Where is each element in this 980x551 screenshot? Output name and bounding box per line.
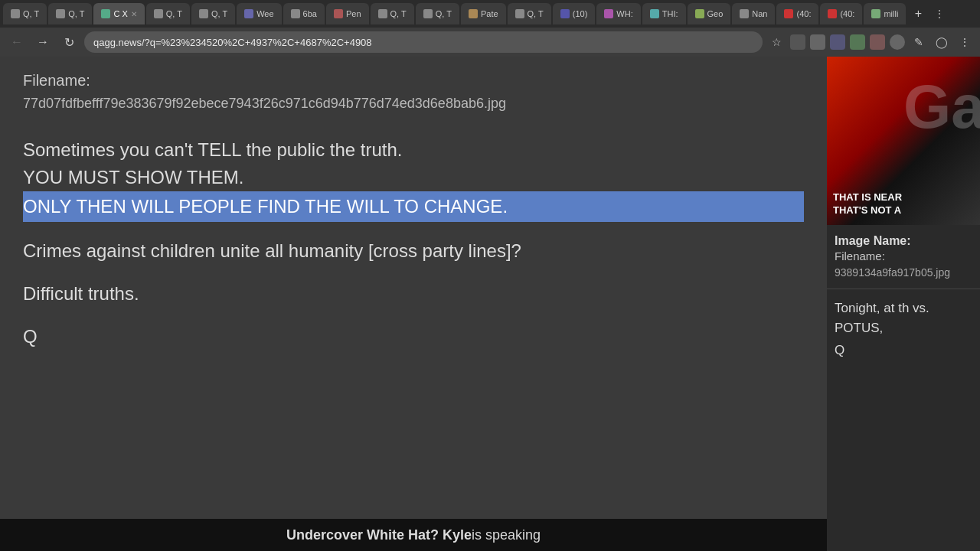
tab-5-label: Q, T	[211, 9, 227, 18]
tab-20[interactable]: milli	[864, 3, 906, 24]
tab-9-label: Q, T	[390, 9, 407, 18]
tab-7-label: 6ba	[303, 9, 317, 18]
refresh-icon: ↻	[64, 35, 74, 50]
tab-17-label: Nan	[752, 9, 767, 18]
right-text-main: Tonight, at th vs. POTUS,	[835, 301, 929, 335]
right-filename-value: 9389134a9fa917b05.jpg	[835, 266, 972, 279]
filename-value: 77d07fdfbefff79e383679f92ebece7943f26c97…	[23, 94, 804, 113]
right-filename-label: Filename:	[835, 249, 972, 262]
bookmark-star-icon[interactable]: ☆	[767, 33, 786, 51]
tab-7[interactable]: 6ba	[283, 3, 325, 24]
tab-10-favicon	[423, 9, 433, 18]
back-icon: ←	[11, 35, 23, 49]
new-tab-button[interactable]: +	[907, 3, 929, 24]
right-image-text-line1: THAT IS NEAR	[833, 191, 902, 204]
tab-bar: Q, T Q, T C X ✕ Q, T Q, T Wee 6ba	[0, 0, 980, 28]
article-panel: Filename: 77d07fdfbefff79e383679f92ebece…	[0, 57, 827, 551]
extension-icon-6[interactable]	[890, 34, 905, 50]
tab-16-favicon	[695, 9, 704, 18]
tab-4-favicon	[154, 9, 163, 18]
main-content: Filename: 77d07fdfbefff79e383679f92ebece…	[0, 57, 980, 551]
tab-1-label: Q, T	[23, 9, 39, 18]
tab-17-favicon	[740, 9, 749, 18]
tab-20-label: milli	[884, 9, 898, 18]
tab-14[interactable]: WH:	[596, 3, 640, 24]
tab-menu-button[interactable]: ⋮	[930, 5, 949, 23]
tab-18[interactable]: (40:	[776, 3, 818, 24]
tab-15-favicon	[650, 9, 659, 18]
tab-16-label: Geo	[707, 9, 724, 18]
tab-10[interactable]: Q, T	[416, 3, 459, 24]
extension-icon-7[interactable]: ✎	[910, 33, 928, 51]
tab-13[interactable]: (10)	[553, 3, 596, 24]
tab-12-label: Q, T	[528, 9, 544, 18]
article-paragraph-3: Difficult truths.	[23, 280, 804, 308]
tab-9-favicon	[378, 9, 387, 18]
forward-button[interactable]: →	[32, 31, 54, 53]
tab-2-label: Q, T	[68, 9, 84, 18]
tab-19-label: (40:	[840, 9, 854, 18]
tab-11-label: Pate	[481, 9, 498, 18]
tab-1-favicon	[11, 9, 20, 18]
tab-6-favicon	[244, 9, 253, 18]
tab-7-favicon	[291, 9, 300, 18]
url-text: qagg.news/?q=%23%234520%2C+4937%2C+4687%…	[93, 37, 372, 48]
tab-17[interactable]: Nan	[732, 3, 775, 24]
tab-3-favicon	[101, 9, 110, 18]
bottom-bar-bold-text: Undercover White Hat? Kyle	[286, 527, 472, 543]
tab-11[interactable]: Pate	[461, 3, 506, 24]
article-line-2: YOU MUST SHOW THEM.	[23, 164, 804, 191]
tab-19[interactable]: (40:	[820, 3, 862, 24]
tab-4[interactable]: Q, T	[146, 3, 190, 24]
nav-bar: ← → ↻ qagg.news/?q=%23%234520%2C+4937%2C…	[0, 28, 980, 57]
tab-3-close[interactable]: ✕	[131, 10, 137, 18]
tab-6[interactable]: Wee	[237, 3, 281, 24]
tab-8-label: Pen	[346, 9, 361, 18]
right-image-text-line2: THAT'S NOT A	[833, 204, 902, 217]
tab-12-favicon	[515, 9, 524, 18]
tab-18-favicon	[784, 9, 793, 18]
bottom-bar: Undercover White Hat? Kyle is speaking	[0, 519, 827, 551]
extension-icon-2[interactable]	[810, 34, 825, 50]
browser-menu-button[interactable]: ⋮	[956, 33, 974, 51]
tab-14-favicon	[604, 9, 613, 18]
right-panel-info: Image Name: Filename: 9389134a9fa917b05.…	[827, 225, 980, 289]
extension-icon-8[interactable]: ◯	[933, 33, 951, 51]
right-text-q: Q	[835, 341, 972, 360]
right-image-text: THAT IS NEAR THAT'S NOT A	[833, 191, 902, 217]
tab-9[interactable]: Q, T	[371, 3, 414, 24]
tab-8-favicon	[334, 9, 343, 18]
forward-icon: →	[37, 35, 49, 49]
refresh-button[interactable]: ↻	[58, 31, 80, 53]
tab-2[interactable]: Q, T	[48, 3, 92, 24]
article-text: Sometimes you can't TELL the public the …	[23, 136, 804, 222]
url-bar[interactable]: qagg.news/?q=%23%234520%2C+4937%2C+4687%…	[84, 31, 763, 53]
filename-label: Filename:	[23, 72, 804, 90]
tab-10-label: Q, T	[436, 9, 452, 18]
tab-13-label: (10)	[573, 9, 588, 18]
tab-5[interactable]: Q, T	[191, 3, 235, 24]
tab-12[interactable]: Q, T	[508, 3, 551, 24]
tab-16[interactable]: Geo	[688, 3, 731, 24]
tab-11-favicon	[469, 9, 478, 18]
tab-20-favicon	[871, 9, 880, 18]
extension-icon-1[interactable]	[790, 34, 805, 50]
extension-icon-3[interactable]	[830, 34, 845, 50]
tab-15[interactable]: THI:	[642, 3, 686, 24]
tab-13-favicon	[560, 9, 570, 18]
tab-18-label: (40:	[796, 9, 811, 18]
tab-19-favicon	[828, 9, 837, 18]
tab-3-label: C X	[113, 9, 127, 18]
tab-3[interactable]: C X ✕	[93, 3, 144, 24]
extension-icon-5[interactable]	[870, 34, 885, 50]
article-paragraph-4: Q	[23, 323, 804, 350]
extension-icon-4[interactable]	[850, 34, 865, 50]
bottom-bar-normal-text: is speaking	[472, 527, 541, 543]
tab-2-favicon	[56, 9, 65, 18]
tab-8[interactable]: Pen	[326, 3, 369, 24]
back-button[interactable]: ←	[6, 31, 28, 53]
right-image-letter: Ga	[903, 72, 980, 142]
right-text-content: Tonight, at th vs. POTUS, Q	[835, 298, 972, 360]
tab-1[interactable]: Q, T	[3, 3, 47, 24]
right-image-name-label: Image Name:	[835, 234, 972, 248]
